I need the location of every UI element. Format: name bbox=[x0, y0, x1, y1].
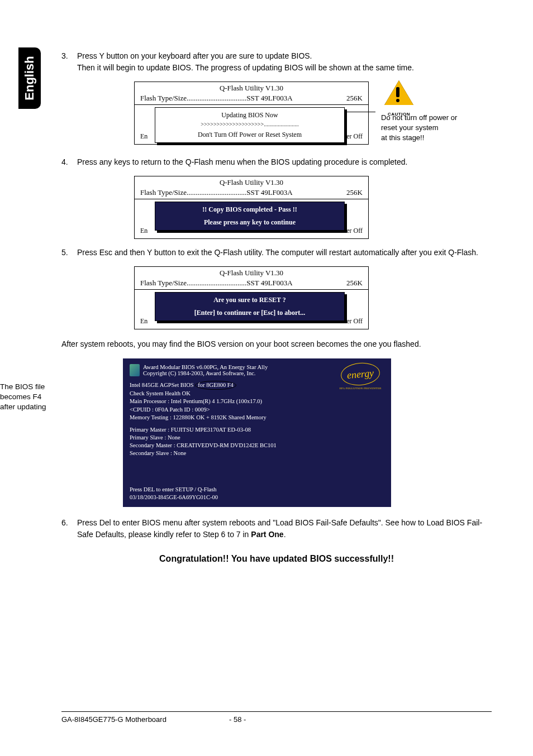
qf-footer-left: En bbox=[140, 132, 147, 141]
boot-hdr2: Copyright (C) 1984-2003, Award Software,… bbox=[143, 370, 268, 376]
step-3-body: Press Y button on your keyboard after yo… bbox=[77, 50, 492, 74]
boot-f1: Press DEL to enter SETUP / Q-Flash bbox=[130, 486, 384, 494]
step-4-num: 4. bbox=[61, 156, 77, 168]
step-6-num: 6. bbox=[61, 517, 77, 540]
boot-l6: Primary Master : FUJITSU MPE3170AT ED-03… bbox=[130, 426, 384, 434]
flash-size-3: 256K bbox=[346, 279, 363, 288]
step-5-text: Press Esc and then Y button to exit the … bbox=[77, 247, 492, 259]
boot-screen: energy EPA POLLUTION PREVENTER Award Mod… bbox=[123, 358, 391, 507]
step-3-num: 3. bbox=[61, 50, 77, 74]
language-tab-label: English bbox=[22, 56, 37, 100]
boot-l5: Memory Testing : 122880K OK + 8192K Shar… bbox=[130, 414, 384, 422]
caution-text-3: at this stage!! bbox=[381, 133, 457, 143]
caution-icon bbox=[381, 80, 417, 111]
qflash-dialog-reset: Q-Flash Utility V1.30 Flash Type/Size...… bbox=[134, 266, 369, 329]
page-content: 3. Press Y button on your keyboard after… bbox=[61, 50, 492, 564]
footer-page-num: - 58 - bbox=[229, 715, 324, 724]
boot-l1a: Intel 845GE AGPSet BIOS bbox=[130, 382, 195, 388]
step-3-line2: Then it will begin to update BIOS. The p… bbox=[77, 62, 492, 74]
qflash-dialog-updating: Q-Flash Utility V1.30 Flash Type/Size...… bbox=[134, 82, 369, 145]
qflash-flashline-2: Flash Type/Size.........................… bbox=[135, 188, 368, 199]
page-footer: GA-8I845GE775-G Motherboard - 58 - bbox=[61, 711, 492, 724]
step-3: 3. Press Y button on your keyboard after… bbox=[61, 50, 492, 74]
step-6: 6. Press Del to enter BIOS menu after sy… bbox=[61, 517, 492, 540]
qf-footer-left-3: En bbox=[140, 317, 147, 326]
step-6-bold: Part One bbox=[251, 530, 283, 539]
footer-product: GA-8I845GE775-G Motherboard bbox=[61, 715, 229, 724]
reset-line2: [Enter] to continure or [Esc] to abort..… bbox=[161, 309, 339, 317]
qf-footer-right-3: er Off bbox=[346, 317, 363, 326]
boot-l3: Main Processor : Intel Pentium(R) 4 1.7G… bbox=[130, 398, 384, 405]
caution-text-2: reset your system bbox=[381, 123, 457, 133]
qflash-title: Q-Flash Utility V1.30 bbox=[135, 82, 368, 94]
boot-hdr1: Award Modular BIOS v6.00PG, An Energy St… bbox=[143, 364, 268, 370]
boot-l4: <CPUID : 0F0A Patch ID : 0009> bbox=[130, 406, 384, 414]
step-3-line1: Press Y button on your keyboard after yo… bbox=[77, 50, 492, 62]
completed-line2: Please press any key to continue bbox=[161, 218, 339, 227]
step-5-num: 5. bbox=[61, 247, 77, 259]
boot-f2: 03/18/2003-I845GE-6A69YG01C-00 bbox=[130, 494, 384, 501]
flash-type-2: Flash Type/Size.........................… bbox=[140, 188, 293, 197]
qf-footer-left-2: En bbox=[140, 227, 147, 235]
qflash-title-3: Q-Flash Utility V1.30 bbox=[135, 267, 368, 279]
flash-size: 256K bbox=[346, 94, 363, 103]
updating-line1: Updating BIOS Now bbox=[161, 111, 339, 119]
completed-line1: !! Copy BIOS completed - Pass !! bbox=[161, 205, 339, 214]
flash-type-3: Flash Type/Size.........................… bbox=[140, 279, 293, 288]
language-tab: English bbox=[18, 47, 41, 109]
boot-version-highlight: for 8GE800 F4 bbox=[195, 381, 236, 390]
qf-footer-right-2: er Off bbox=[346, 227, 363, 235]
qflash-title-2: Q-Flash Utility V1.30 bbox=[135, 176, 368, 188]
after-reboot-text: After system reboots, you may find the B… bbox=[61, 339, 492, 348]
step-5: 5. Press Esc and then Y button to exit t… bbox=[61, 247, 492, 259]
qflash-flashline: Flash Type/Size.........................… bbox=[135, 94, 368, 105]
qflash-flashline-3: Flash Type/Size.........................… bbox=[135, 279, 368, 290]
boot-callout: The BIOS file becomes F4 after updating bbox=[0, 382, 56, 413]
updating-progress: >>>>>>>>>>>>>>>>>>>>....................… bbox=[161, 121, 339, 127]
step-4-text: Press any keys to return to the Q-Flash … bbox=[77, 156, 492, 168]
flash-size-2: 256K bbox=[346, 188, 363, 197]
energy-star-logo: energy EPA POLLUTION PREVENTER bbox=[335, 363, 386, 394]
reset-line1: Are you sure to RESET ? bbox=[161, 296, 339, 304]
boot-l7: Primary Slave : None bbox=[130, 434, 384, 442]
step-4: 4. Press any keys to return to the Q-Fla… bbox=[61, 156, 492, 168]
energy-text: energy bbox=[340, 361, 380, 387]
qflash-dialog-completed: Q-Flash Utility V1.30 Flash Type/Size...… bbox=[134, 176, 369, 239]
qf-footer-right: er Off bbox=[346, 132, 363, 141]
flash-type: Flash Type/Size.........................… bbox=[140, 94, 293, 103]
step-6-after: . bbox=[284, 530, 286, 539]
boot-l9: Secondary Slave : None bbox=[130, 449, 384, 457]
energy-subtext: EPA POLLUTION PREVENTER bbox=[335, 387, 386, 390]
award-logo-icon bbox=[130, 364, 140, 376]
boot-l8: Secondary Master : CREATIVEDVD-RM DVD124… bbox=[130, 442, 384, 449]
step-6-body: Press Del to enter BIOS menu after syste… bbox=[77, 517, 492, 540]
caution-text-1: Do not turn off power or bbox=[381, 113, 457, 123]
caution-text: Do not turn off power or reset your syst… bbox=[381, 113, 457, 143]
congratulation-text: Congratulation!! You have updated BIOS s… bbox=[61, 554, 492, 564]
